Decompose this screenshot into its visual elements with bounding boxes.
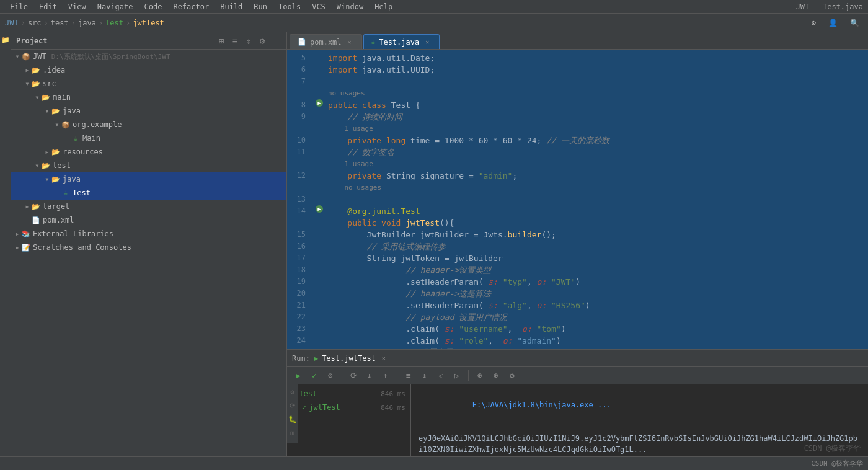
code-meta-1usage-1: 1 usage <box>287 123 868 135</box>
tree-ext-libs[interactable]: ▶ 📚 External Libraries <box>11 227 286 241</box>
breadcrumb-class[interactable]: Test <box>105 19 123 27</box>
strip-icon-settings[interactable]: ⚙ <box>288 387 298 397</box>
code-line-18: 18 // header->设置类型 <box>287 264 868 276</box>
tree-icon-pom: 📄 <box>31 215 41 225</box>
tab-test[interactable]: ☕ Test.java ✕ <box>363 34 440 49</box>
strip-icon-terminal[interactable]: ⊞ <box>288 428 298 438</box>
run-up-btn[interactable]: ↑ <box>379 370 392 382</box>
tree-icon-ext-libs: 📚 <box>21 229 31 239</box>
code-line-16: 16 // 采用链式编程传参 <box>287 241 868 252</box>
tree-arrow-src: ▼ <box>24 80 31 87</box>
sidebar-close-btn[interactable]: — <box>270 35 281 47</box>
breadcrumb-test[interactable]: test <box>51 19 69 27</box>
breadcrumb: JWT › src › test › java › Test › jwtTest <box>5 19 164 27</box>
tree-icon-org-example: 📦 <box>61 120 71 130</box>
run-tab-close[interactable]: ✕ <box>379 354 388 363</box>
run-play-btn[interactable]: ▶ <box>292 370 304 382</box>
breadcrumb-method[interactable]: jwtTest <box>133 19 164 27</box>
tree-main-class[interactable]: ▶ ☕ Main <box>11 131 286 145</box>
run-next-btn[interactable]: ▷ <box>451 370 463 382</box>
menu-edit[interactable]: Edit <box>34 1 62 12</box>
run-tree-item-jwttest[interactable]: ✓ jwtTest 846 ms <box>287 401 410 414</box>
run-stop-btn[interactable]: ⊘ <box>324 370 337 382</box>
tree-label-target: target <box>43 202 69 211</box>
tree-target[interactable]: ▶ 📂 target <box>11 200 286 213</box>
run-tree-item-test[interactable]: ✓ Test 846 ms <box>287 387 410 401</box>
menu-help[interactable]: Help <box>370 1 397 12</box>
menu-run[interactable]: Run <box>249 1 272 12</box>
nav-action-btn[interactable]: ⚙ <box>808 17 820 29</box>
run-tab-label[interactable]: Test.jwtTest <box>322 354 376 363</box>
nav-search-btn[interactable]: 🔍 <box>846 17 863 29</box>
code-line-14-annotation: 14 ▶ @org.junit.Test <box>287 205 868 217</box>
code-editor[interactable]: 5 import java.util.Date; 6 import java.u… <box>287 50 868 349</box>
strip-icon-sync[interactable]: ⟳ <box>288 401 298 410</box>
tree-arrow-test: ▼ <box>33 162 41 169</box>
sidebar-collapse-btn[interactable]: ⊞ <box>216 35 227 47</box>
code-line-14-method: public void jwtTest(){ <box>287 217 868 229</box>
tree-resources[interactable]: ▶ 📂 resources <box>11 145 286 159</box>
run-check-btn[interactable]: ✓ <box>308 370 321 382</box>
menu-build[interactable]: Build <box>215 1 247 12</box>
code-line-24: 24 .claim( s: "role", o: "admain") <box>287 335 868 347</box>
run-label-bar: Run: ▶ Test.jwtTest ✕ <box>287 350 868 367</box>
code-line-23: 23 .claim( s: "username", o: "tom") <box>287 323 868 335</box>
tree-test-class[interactable]: ▶ ☕ Test <box>11 186 286 200</box>
run-tree-label-test: Test <box>299 389 317 398</box>
run-down-btn[interactable]: ↓ <box>363 370 376 382</box>
gutter-run-14[interactable]: ▶ <box>316 205 323 213</box>
sidebar-expand-btn[interactable]: ≡ <box>229 35 241 47</box>
tree-main-java[interactable]: ▼ 📂 java <box>11 104 286 118</box>
tree-test-java[interactable]: ▼ 📂 java <box>11 172 286 186</box>
menu-bar: File Edit View Navigate Code Refactor Bu… <box>0 0 868 14</box>
breadcrumb-java[interactable]: java <box>78 19 96 27</box>
breadcrumb-src[interactable]: src <box>28 19 42 27</box>
run-play-icon[interactable]: ▶ <box>314 354 318 363</box>
menu-vcs[interactable]: VCS <box>307 1 330 12</box>
tree-idea[interactable]: ▶ 📂 .idea <box>11 63 286 77</box>
tree-root-jwt[interactable]: ▼ 📦 JWT D:\系统默认\桌面\SpringBoot\JWT <box>11 50 286 63</box>
menu-tools[interactable]: Tools <box>273 1 306 12</box>
nav-user-btn[interactable]: 👤 <box>825 17 841 29</box>
tab-pom-icon: 📄 <box>298 38 306 46</box>
code-meta-nousages-2: no usages <box>287 182 868 193</box>
tree-src[interactable]: ▼ 📂 src <box>11 77 286 91</box>
tree-pom[interactable]: ▶ 📄 pom.xml <box>11 213 286 227</box>
code-line-9: 9 // 持续的时间 <box>287 111 868 123</box>
tree-test[interactable]: ▼ 📂 test <box>11 159 286 172</box>
gutter-run-8[interactable]: ▶ <box>316 99 323 107</box>
run-export-btn[interactable]: ⊕ <box>474 370 486 382</box>
menu-navigate[interactable]: Navigate <box>92 1 138 12</box>
code-line-10: 10 private long time = 1000 * 60 * 60 * … <box>287 135 868 146</box>
tree-main[interactable]: ▼ 📂 main <box>11 91 286 104</box>
run-filter-btn[interactable]: ≡ <box>402 370 415 382</box>
run-sort-btn[interactable]: ↕ <box>418 370 431 382</box>
sidebar-settings-btn[interactable]: ⚙ <box>257 35 268 47</box>
tree-org-example[interactable]: ▼ 📦 org.example <box>11 118 286 131</box>
strip-icon-bug[interactable]: 🐛 <box>288 414 298 424</box>
left-icon-strip: 📁 <box>0 32 11 456</box>
run-rerun-btn[interactable]: ⟳ <box>347 370 360 382</box>
tab-pom[interactable]: 📄 pom.xml ✕ <box>290 34 362 49</box>
sidebar-sort-btn[interactable]: ↕ <box>243 35 254 47</box>
code-line-8: 8 ▶ public class Test { <box>287 99 868 111</box>
run-prev-btn[interactable]: ◁ <box>435 370 447 382</box>
menu-view[interactable]: View <box>63 1 91 12</box>
tab-test-close[interactable]: ✕ <box>423 38 432 47</box>
run-import-btn[interactable]: ⊕ <box>490 370 502 382</box>
tree-label-test-class: Test <box>73 188 91 197</box>
strip-icon-1[interactable]: 📁 <box>1 35 11 45</box>
run-settings-btn[interactable]: ⚙ <box>506 370 518 382</box>
output-line-path: E:\JAVA\jdk1.8\bin\java.exe ... <box>418 388 861 422</box>
menu-refactor[interactable]: Refactor <box>168 1 214 12</box>
menu-code[interactable]: Code <box>140 1 167 12</box>
nav-bar: JWT › src › test › java › Test › jwtTest… <box>0 14 868 32</box>
code-line-21: 21 .setHeaderParam( s: "alg", o: "HS256"… <box>287 299 868 311</box>
menu-window[interactable]: Window <box>332 1 368 12</box>
menu-file[interactable]: File <box>5 1 33 12</box>
breadcrumb-jwt[interactable]: JWT <box>5 19 19 27</box>
tab-pom-close[interactable]: ✕ <box>345 38 354 47</box>
tree-arrow-main-java: ▼ <box>43 107 51 115</box>
tree-scratches[interactable]: ▶ 📝 Scratches and Consoles <box>11 241 286 254</box>
tree-arrow-test-java: ▼ <box>43 175 51 183</box>
